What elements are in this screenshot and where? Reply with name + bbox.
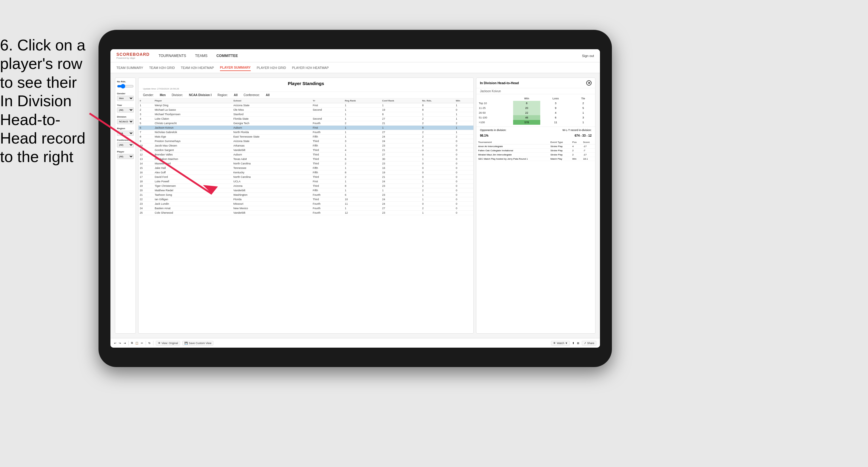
h2h-col-loss: Loss — [540, 96, 571, 101]
cell-no-rds: 2 — [421, 139, 455, 144]
tourney-score: 18-1 — [582, 157, 595, 161]
cell-yr: Third — [312, 148, 344, 153]
table-row[interactable]: 12 Brendan Valles Auburn Third 1 27 0 0 — [138, 153, 473, 157]
cell-conf-rank: 27 — [381, 117, 421, 121]
table-row[interactable]: 4 Luke Claton Florida State Second 1 27 … — [138, 117, 473, 121]
tourney-name: Amer Ari Intercollegiate — [476, 145, 549, 149]
cell-rank: 17 — [138, 175, 153, 179]
cell-player: Cole Sherwood — [153, 211, 232, 215]
cell-school: Florida State — [232, 117, 312, 121]
table-row[interactable]: 5 Christo Lamprecht Georgia Tech Fourth … — [138, 121, 473, 126]
conference-label: Conference — [117, 139, 134, 142]
cell-reg-rank: 1 — [344, 166, 381, 170]
region-select[interactable]: N/A — [117, 131, 134, 136]
table-row[interactable]: 7 Nicholas Gabrelcik North Florida Fourt… — [138, 130, 473, 134]
cell-rank: 18 — [138, 179, 153, 184]
cell-no-rds: 1 — [421, 157, 455, 161]
share-btn[interactable]: ↗ Share — [582, 341, 596, 346]
cell-reg-rank: 1 — [344, 153, 381, 157]
conference-select[interactable]: (All) — [117, 142, 134, 147]
toolbar-icon1[interactable]: ⬆ — [572, 342, 575, 345]
tourney-row[interactable]: Mirabel Maui Jim Intercollegiate Stroke … — [476, 153, 595, 157]
table-row[interactable]: 14 Maxwell Ford North Carolina Third 2 2… — [138, 161, 473, 166]
filter-row: Gender: Men Division: NCAA Division I Re… — [138, 92, 473, 98]
table-row[interactable]: 20 Matthew Riedel Vanderbilt Fifth 1 1 2… — [138, 188, 473, 193]
h2h-loss-51-100: 6 — [540, 115, 571, 120]
no-rds-label: No Rds. — [117, 80, 134, 83]
tab-player-h2h-heatmap[interactable]: PLAYER H2H HEATMAP — [292, 65, 329, 71]
no-rds-slider[interactable] — [117, 84, 134, 89]
cell-player: Ian Gilligan — [153, 197, 232, 202]
cell-reg-rank: 12 — [344, 211, 381, 215]
cut-icon[interactable]: ✂ — [141, 342, 143, 345]
nav-committee[interactable]: COMMITTEE — [216, 53, 238, 59]
cell-school: Ole Miss — [232, 108, 312, 112]
cell-win: 0 — [455, 184, 473, 188]
player-select[interactable]: (All) — [117, 154, 134, 159]
tourney-row[interactable]: SEC Match Play hosted by Jerry Pata Roun… — [476, 157, 595, 161]
table-row[interactable]: 6 Jackson Koivun Auburn First 1 1 8 1 — [138, 126, 473, 130]
cell-conf-rank: 19 — [381, 170, 421, 175]
close-button[interactable]: ✕ — [586, 80, 592, 86]
cell-school: Florida — [232, 197, 312, 202]
center-panel: Player Standings Update time: 27/03/2024… — [138, 77, 474, 334]
table-row[interactable]: 9 Preston Summerhays Arizona State Third… — [138, 139, 473, 144]
cell-player: Christo Lamprecht — [153, 121, 232, 126]
table-row[interactable]: 21 Taehoon Song Washington Fourth 6 23 1… — [138, 193, 473, 197]
cell-school: Kentucky — [232, 170, 312, 175]
table-row[interactable]: 8 Mats Ege East Tennessee State Fifth 1 … — [138, 134, 473, 139]
cell-no-rds: 2 — [421, 184, 455, 188]
forward-icon[interactable]: ⇥ — [124, 342, 126, 345]
table-row[interactable]: 17 David Ford North Carolina Third 2 21 … — [138, 175, 473, 179]
paste-icon[interactable]: 📋 — [135, 342, 138, 345]
table-row[interactable]: 13 Phichakon Maichon Texas A&M Third 6 3… — [138, 157, 473, 161]
table-row[interactable]: 24 Bastien Amat New Mexico Fourth 1 27 2… — [138, 206, 473, 211]
cell-win: 2 — [455, 134, 473, 139]
save-custom-btn[interactable]: 💾 Save Custom View — [182, 341, 213, 346]
tab-player-summary[interactable]: PLAYER SUMMARY — [220, 64, 251, 71]
year-section: Year (All) — [117, 104, 134, 113]
tourney-row[interactable]: Fallen Oak Collegiate Invitational Strok… — [476, 149, 595, 153]
table-row[interactable]: 19 Tiger Christensen Arizona Third 8 23 … — [138, 184, 473, 188]
undo-icon[interactable]: ↩ — [114, 342, 116, 345]
table-row[interactable]: 11 Gordon Sargent Vanderbilt Third 4 21 … — [138, 148, 473, 153]
division-select[interactable]: NCAA Division I — [117, 119, 134, 124]
year-select[interactable]: (All) — [117, 107, 134, 113]
cell-player: Nicholas Gabrelcik — [153, 130, 232, 134]
tab-team-summary[interactable]: TEAM SUMMARY — [116, 65, 143, 71]
gender-select[interactable]: Men — [117, 96, 134, 101]
copy-icon[interactable]: ⧉ — [131, 341, 133, 345]
tourney-pos: 2 — [570, 153, 581, 157]
table-row[interactable]: 18 Luke Powell UCLA First 1 24 1 0 — [138, 179, 473, 184]
cell-player: Mats Ege — [153, 134, 232, 139]
cell-win: 1 — [455, 130, 473, 134]
toolbar-icon2[interactable]: ⊞ — [577, 342, 579, 345]
nav-teams[interactable]: TEAMS — [195, 53, 208, 59]
sign-out-link[interactable]: Sign out — [582, 54, 594, 58]
tab-player-h2h-grid[interactable]: PLAYER H2H GRID — [257, 65, 286, 71]
cell-rank: 25 — [138, 211, 153, 215]
table-row[interactable]: 3 Michael Thorbjornsen Stanford 1 8 1 1 — [138, 112, 473, 117]
watch-btn[interactable]: 👁 Watch ▼ — [551, 341, 570, 346]
table-row[interactable]: 2 Michael La Sasso Ole Miss Second 1 19 … — [138, 108, 473, 112]
cell-conf-rank: 27 — [381, 130, 421, 134]
table-row[interactable]: 10 Jacob Mau Olesen Arkansas Fifth 1 23 … — [138, 144, 473, 148]
table-row[interactable]: 22 Ian Gilligan Florida Third 10 24 1 0 — [138, 197, 473, 202]
cell-win: 0 — [455, 166, 473, 170]
table-row[interactable]: 1 Wenyi Ding Arizona State First 1 1 8 1 — [138, 103, 473, 108]
redo-icon[interactable]: ↪ — [119, 342, 121, 345]
cell-reg-rank: 6 — [344, 157, 381, 161]
table-row[interactable]: 15 Jake Hall Tennessee Fifth 1 16 0 0 — [138, 166, 473, 170]
nav-tournaments[interactable]: TOURNAMENTS — [158, 53, 186, 59]
tourney-row[interactable]: Amer Ari Intercollegiate Stroke Play 4 -… — [476, 145, 595, 149]
table-row[interactable]: 16 Alex Goff Kentucky Fifth 8 19 0 0 — [138, 170, 473, 175]
table-row[interactable]: 23 Jack Lundin Missouri Fourth 11 24 0 0 — [138, 202, 473, 206]
cell-rank: 11 — [138, 148, 153, 153]
table-row[interactable]: 25 Cole Sherwood Vanderbilt Fourth 12 23… — [138, 211, 473, 215]
cell-yr: Fifth — [312, 144, 344, 148]
tab-team-h2h-grid[interactable]: TEAM H2H GRID — [149, 65, 175, 71]
refresh-icon[interactable]: ↻ — [148, 342, 151, 345]
view-original-btn[interactable]: 👁 View: Original — [156, 341, 180, 346]
tab-team-h2h-heatmap[interactable]: TEAM H2H HEATMAP — [181, 65, 214, 71]
cell-player: Jackson Koivun — [153, 126, 232, 130]
